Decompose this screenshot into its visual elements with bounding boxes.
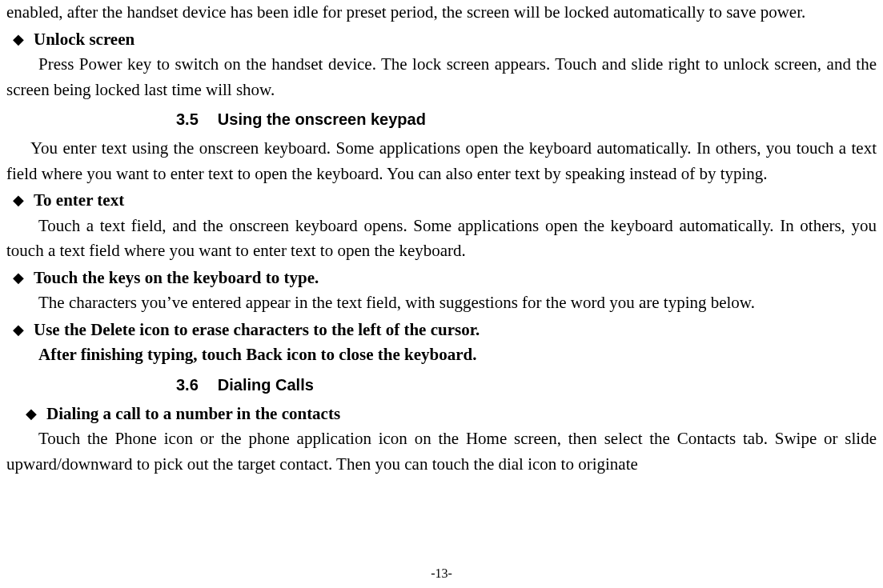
page-number: -13-: [0, 564, 883, 583]
touch-keys-body: The characters you’ve entered appear in …: [6, 290, 877, 316]
section-title: Using the onscreen keypad: [218, 110, 426, 128]
after-finishing-line: After finishing typing, touch Back icon …: [6, 342, 877, 368]
bullet-unlock-screen: ◆Unlock screen: [6, 27, 877, 53]
bullet-delete-icon: ◆Use the Delete icon to erase characters…: [6, 318, 877, 343]
bullet-to-enter-text: ◆To enter text: [6, 188, 877, 214]
bullet-dial-contacts: ◆Dialing a call to a number in the conta…: [19, 402, 877, 427]
section-heading-3-5: 3.5Using the onscreen keypad: [176, 107, 877, 131]
bullet-title: Use the Delete icon to erase characters …: [34, 320, 480, 339]
diamond-icon: ◆: [26, 403, 37, 425]
section-number: 3.6: [176, 373, 199, 397]
section-heading-3-6: 3.6Dialing Calls: [176, 373, 877, 397]
unlock-screen-body: Press Power key to switch on the handset…: [6, 52, 877, 102]
diamond-icon: ◆: [13, 190, 24, 211]
diamond-icon: ◆: [13, 319, 24, 341]
bullet-title: Unlock screen: [34, 30, 134, 49]
dial-contacts-body: Touch the Phone icon or the phone applic…: [6, 426, 877, 477]
top-fragment-text: enabled, after the handset device has be…: [6, 0, 877, 26]
s35-intro-text: You enter text using the onscreen keyboa…: [6, 136, 877, 186]
bullet-title: Touch the keys on the keyboard to type.: [34, 268, 319, 287]
to-enter-text-body: Touch a text field, and the onscreen key…: [6, 214, 877, 264]
diamond-icon: ◆: [13, 267, 24, 289]
section-number: 3.5: [176, 107, 199, 131]
section-title: Dialing Calls: [218, 376, 314, 394]
bullet-title: To enter text: [34, 190, 124, 210]
bullet-title: Dialing a call to a number in the contac…: [46, 404, 340, 423]
bullet-touch-keys: ◆Touch the keys on the keyboard to type.: [6, 266, 877, 291]
diamond-icon: ◆: [13, 29, 24, 50]
